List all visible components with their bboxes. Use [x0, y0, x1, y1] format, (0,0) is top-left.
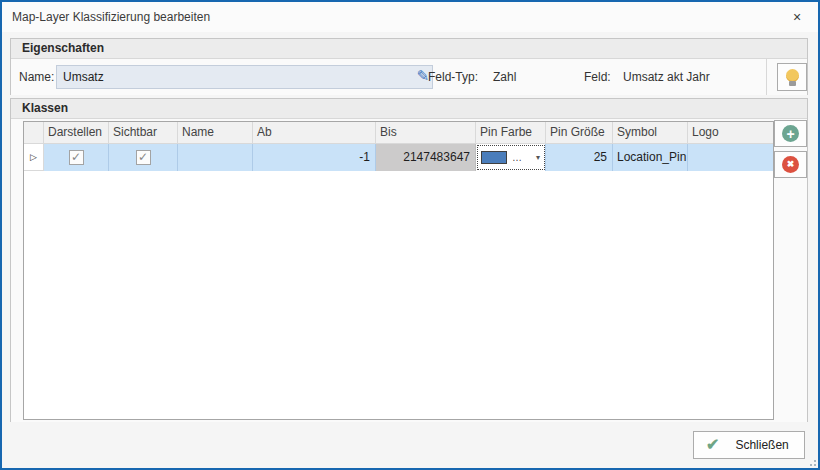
name-input-wrap: ✎: [56, 65, 433, 89]
cell-pin-size[interactable]: 25: [546, 144, 613, 171]
name-label: Name:: [19, 70, 54, 84]
divider: [766, 59, 767, 95]
lightbulb-icon: [786, 69, 799, 86]
dialog-title: Map-Layer Klassifizierung bearbeiten: [12, 2, 210, 32]
cell-name[interactable]: [178, 144, 253, 171]
classes-body: Darstellen Sichtbar Name Ab Bis Pin Farb…: [11, 119, 807, 422]
hint-bulb-button[interactable]: [777, 63, 807, 91]
classes-section-title: Klassen: [11, 99, 807, 119]
plus-icon: +: [782, 125, 799, 142]
cell-sichtbar: ✓: [109, 144, 178, 171]
dialog-window: Map-Layer Klassifizierung bearbeiten × E…: [0, 0, 820, 470]
cell-bis[interactable]: 2147483647: [376, 144, 476, 171]
check-icon: ✓: [70, 151, 83, 164]
row-marker-icon: ▷: [30, 152, 37, 162]
color-swatch: [481, 151, 507, 164]
close-dialog-label: Schließen: [735, 438, 788, 452]
row-marker: ▷: [24, 144, 44, 171]
darstellen-checkbox[interactable]: ✓: [69, 150, 84, 165]
header-row-selector: [24, 122, 44, 144]
field-label: Feld:: [584, 70, 611, 84]
check-icon: ✓: [137, 151, 150, 164]
confirm-check-icon: ✔: [706, 437, 719, 453]
header-symbol[interactable]: Symbol: [613, 122, 688, 144]
table-row[interactable]: ▷ ✓ ✓ -1 2147483647: [24, 144, 773, 171]
field-type-value: Zahl: [493, 70, 516, 84]
header-pin-farbe[interactable]: Pin Farbe: [476, 122, 546, 144]
properties-section: Eigenschaften Name: ✎ Feld-Typ: Zahl Fel…: [10, 38, 808, 95]
cell-logo[interactable]: [688, 144, 773, 171]
cell-ab[interactable]: -1: [253, 144, 376, 171]
cell-darstellen: ✓: [44, 144, 109, 171]
field-type-label: Feld-Typ:: [428, 70, 478, 84]
classes-table: Darstellen Sichtbar Name Ab Bis Pin Farb…: [23, 121, 774, 420]
pin-color-dropdown[interactable]: … ▾: [476, 144, 546, 171]
header-sichtbar[interactable]: Sichtbar: [109, 122, 178, 144]
delete-x-icon: ✖: [782, 156, 799, 173]
resize-grip[interactable]: [806, 456, 816, 466]
sichtbar-checkbox[interactable]: ✓: [136, 150, 151, 165]
field-value: Umsatz akt Jahr: [623, 70, 710, 84]
name-input[interactable]: [56, 65, 433, 89]
delete-class-button[interactable]: ✖: [774, 151, 807, 178]
add-class-button[interactable]: +: [774, 120, 807, 147]
dropdown-arrow-icon: ▾: [536, 144, 540, 171]
ellipsis-label: …: [512, 153, 523, 163]
header-ab[interactable]: Ab: [253, 122, 376, 144]
header-logo[interactable]: Logo: [688, 122, 773, 144]
properties-body: Name: ✎ Feld-Typ: Zahl Feld: Umsatz akt …: [11, 59, 807, 95]
close-dialog-button[interactable]: ✔ Schließen: [693, 431, 805, 459]
cell-symbol[interactable]: Location_Pin: [613, 144, 688, 171]
header-name[interactable]: Name: [178, 122, 253, 144]
close-icon[interactable]: ×: [788, 8, 806, 26]
header-pin-groesse[interactable]: Pin Größe: [546, 122, 613, 144]
table-header-row: Darstellen Sichtbar Name Ab Bis Pin Farb…: [24, 122, 773, 144]
header-bis[interactable]: Bis: [376, 122, 476, 144]
properties-section-title: Eigenschaften: [11, 39, 807, 59]
header-darstellen[interactable]: Darstellen: [44, 122, 109, 144]
title-bar: Map-Layer Klassifizierung bearbeiten ×: [2, 2, 818, 32]
classes-section: Klassen Darstellen Sichtbar Name Ab Bis …: [10, 98, 808, 422]
